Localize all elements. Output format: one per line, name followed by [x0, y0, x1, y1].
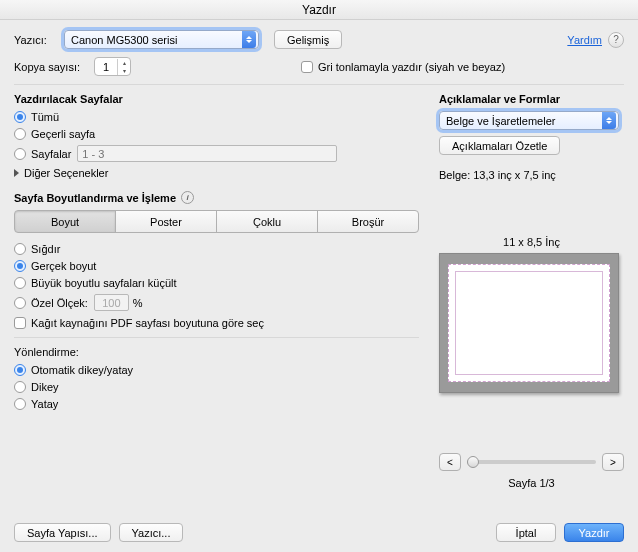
- pages-all-radio[interactable]: [14, 111, 26, 123]
- comments-select-value: Belge ve İşaretlemeler: [446, 115, 555, 127]
- comments-select[interactable]: Belge ve İşaretlemeler: [439, 111, 619, 130]
- orientation-title: Yönlendirme:: [14, 346, 419, 358]
- pages-range-input[interactable]: [77, 145, 337, 162]
- tab-booklet[interactable]: Broşür: [317, 210, 419, 233]
- prev-page-button[interactable]: <: [439, 453, 461, 471]
- shrink-label: Büyük boyutlu sayfaları küçült: [31, 277, 177, 289]
- slider-thumb[interactable]: [467, 456, 479, 468]
- custom-scale-radio[interactable]: [14, 297, 26, 309]
- actual-size-radio[interactable]: [14, 260, 26, 272]
- paper-dimensions: 11 x 8,5 İnç: [439, 236, 624, 248]
- advanced-button[interactable]: Gelişmiş: [274, 30, 342, 49]
- select-arrows-icon: [242, 31, 256, 48]
- divider: [14, 337, 419, 338]
- window-title: Yazdır: [302, 3, 336, 17]
- custom-scale-unit: %: [133, 297, 143, 309]
- print-button[interactable]: Yazdır: [564, 523, 624, 542]
- actual-size-label: Gerçek boyut: [31, 260, 96, 272]
- next-page-button[interactable]: >: [602, 453, 624, 471]
- sizing-title: Sayfa Boyutlandırma ve İşleme: [14, 192, 176, 204]
- orientation-auto-radio[interactable]: [14, 364, 26, 376]
- comments-title: Açıklamalar ve Formlar: [439, 93, 624, 105]
- printer-select[interactable]: Canon MG5300 serisi: [64, 30, 259, 49]
- fit-label: Sığdır: [31, 243, 60, 255]
- printer-button[interactable]: Yazıcı...: [119, 523, 184, 542]
- disclosure-triangle-icon[interactable]: [14, 169, 19, 177]
- copies-input[interactable]: [95, 61, 117, 73]
- page-slider[interactable]: [467, 460, 596, 464]
- orientation-portrait-radio[interactable]: [14, 381, 26, 393]
- sizing-tabs: Boyut Poster Çoklu Broşür: [14, 210, 419, 233]
- shrink-radio[interactable]: [14, 277, 26, 289]
- pages-current-label: Geçerli sayfa: [31, 128, 95, 140]
- orientation-auto-label: Otomatik dikey/yatay: [31, 364, 133, 376]
- select-arrows-icon: [602, 112, 616, 129]
- help-icon[interactable]: ?: [608, 32, 624, 48]
- pages-to-print-title: Yazdırılacak Sayfalar: [14, 93, 419, 105]
- info-icon[interactable]: i: [181, 191, 194, 204]
- printer-select-value: Canon MG5300 serisi: [71, 34, 177, 46]
- preview-page: [448, 264, 610, 382]
- pages-current-radio[interactable]: [14, 128, 26, 140]
- document-dimensions: Belge: 13,3 inç x 7,5 inç: [439, 169, 624, 181]
- paper-source-label: Kağıt kaynağını PDF sayfası boyutuna gör…: [31, 317, 264, 329]
- copies-spinner[interactable]: ▴ ▾: [94, 57, 131, 76]
- preview-margin-guide: [455, 271, 603, 375]
- cancel-button[interactable]: İptal: [496, 523, 556, 542]
- orientation-portrait-label: Dikey: [31, 381, 59, 393]
- copies-label: Kopya sayısı:: [14, 61, 94, 73]
- summarize-comments-button[interactable]: Açıklamaları Özetle: [439, 136, 560, 155]
- tab-size[interactable]: Boyut: [14, 210, 116, 233]
- spinner-down-icon[interactable]: ▾: [118, 67, 130, 75]
- help-link[interactable]: Yardım: [567, 34, 602, 46]
- paper-source-checkbox[interactable]: [14, 317, 26, 329]
- printer-label: Yazıcı:: [14, 34, 64, 46]
- page-setup-button[interactable]: Sayfa Yapısı...: [14, 523, 111, 542]
- grayscale-label: Gri tonlamayla yazdır (siyah ve beyaz): [318, 61, 505, 73]
- pages-range-radio[interactable]: [14, 148, 26, 160]
- fit-radio[interactable]: [14, 243, 26, 255]
- tab-multi[interactable]: Çoklu: [216, 210, 318, 233]
- divider: [14, 84, 624, 85]
- window-titlebar: Yazdır: [0, 0, 638, 20]
- orientation-landscape-label: Yatay: [31, 398, 58, 410]
- more-options-label[interactable]: Diğer Seçenekler: [24, 167, 108, 179]
- custom-scale-input[interactable]: [94, 294, 129, 311]
- pages-all-label: Tümü: [31, 111, 59, 123]
- page-indicator: Sayfa 1/3: [439, 477, 624, 489]
- tab-poster[interactable]: Poster: [115, 210, 217, 233]
- page-preview: [439, 253, 619, 393]
- grayscale-checkbox[interactable]: [301, 61, 313, 73]
- pages-range-label: Sayfalar: [31, 148, 71, 160]
- custom-scale-label: Özel Ölçek:: [31, 297, 88, 309]
- orientation-landscape-radio[interactable]: [14, 398, 26, 410]
- spinner-up-icon[interactable]: ▴: [118, 59, 130, 67]
